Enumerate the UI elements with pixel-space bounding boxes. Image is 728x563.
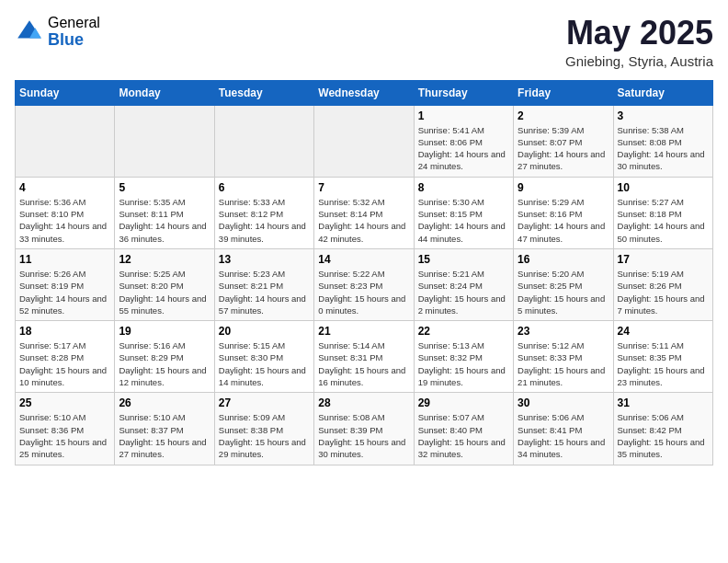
day-detail: Sunrise: 5:16 AMSunset: 8:29 PMDaylight:… <box>119 339 210 388</box>
day-detail: Sunrise: 5:06 AMSunset: 8:42 PMDaylight:… <box>618 411 709 460</box>
day-number: 21 <box>318 325 409 338</box>
calendar-cell: 2Sunrise: 5:39 AMSunset: 8:07 PMDaylight… <box>514 105 613 177</box>
day-detail: Sunrise: 5:25 AMSunset: 8:20 PMDaylight:… <box>119 268 210 316</box>
day-detail: Sunrise: 5:22 AMSunset: 8:23 PMDaylight:… <box>318 268 409 316</box>
day-number: 23 <box>518 325 609 338</box>
day-detail: Sunrise: 5:30 AMSunset: 8:15 PMDaylight:… <box>418 196 509 245</box>
calendar-week-row: 1Sunrise: 5:41 AMSunset: 8:06 PMDaylight… <box>16 105 713 177</box>
calendar-cell <box>214 105 313 177</box>
weekday-header: Wednesday <box>314 80 414 105</box>
calendar-cell: 1Sunrise: 5:41 AMSunset: 8:06 PMDaylight… <box>414 105 513 177</box>
day-number: 15 <box>418 253 509 266</box>
day-number: 26 <box>119 396 210 409</box>
calendar-cell: 8Sunrise: 5:30 AMSunset: 8:15 PMDaylight… <box>414 177 513 248</box>
calendar-week-row: 4Sunrise: 5:36 AMSunset: 8:10 PMDaylight… <box>16 177 713 248</box>
day-number: 29 <box>418 396 509 409</box>
day-detail: Sunrise: 5:12 AMSunset: 8:33 PMDaylight:… <box>518 339 609 388</box>
calendar-cell: 27Sunrise: 5:09 AMSunset: 8:38 PMDayligh… <box>214 393 313 465</box>
day-detail: Sunrise: 5:26 AMSunset: 8:19 PMDaylight:… <box>19 268 110 316</box>
calendar-cell: 29Sunrise: 5:07 AMSunset: 8:40 PMDayligh… <box>414 393 513 465</box>
logo-general: General <box>48 15 100 31</box>
day-detail: Sunrise: 5:32 AMSunset: 8:14 PMDaylight:… <box>318 196 409 245</box>
weekday-header: Thursday <box>414 80 513 105</box>
day-number: 18 <box>19 325 110 338</box>
weekday-header: Friday <box>514 80 613 105</box>
day-detail: Sunrise: 5:06 AMSunset: 8:41 PMDaylight:… <box>518 411 609 460</box>
day-number: 20 <box>219 325 310 338</box>
calendar-cell: 13Sunrise: 5:23 AMSunset: 8:21 PMDayligh… <box>214 248 313 320</box>
day-detail: Sunrise: 5:10 AMSunset: 8:37 PMDaylight:… <box>119 411 210 460</box>
weekday-header: Tuesday <box>214 80 313 105</box>
day-number: 14 <box>318 253 409 266</box>
day-number: 1 <box>418 109 509 122</box>
day-number: 16 <box>518 253 609 266</box>
calendar-cell <box>16 105 115 177</box>
calendar-cell: 31Sunrise: 5:06 AMSunset: 8:42 PMDayligh… <box>613 393 712 465</box>
day-number: 11 <box>19 253 110 266</box>
day-detail: Sunrise: 5:07 AMSunset: 8:40 PMDaylight:… <box>418 411 509 460</box>
day-number: 6 <box>219 181 310 194</box>
calendar-week-row: 25Sunrise: 5:10 AMSunset: 8:36 PMDayligh… <box>16 393 713 465</box>
day-number: 8 <box>418 181 509 194</box>
calendar-cell: 28Sunrise: 5:08 AMSunset: 8:39 PMDayligh… <box>314 393 414 465</box>
calendar-cell: 14Sunrise: 5:22 AMSunset: 8:23 PMDayligh… <box>314 248 414 320</box>
day-detail: Sunrise: 5:36 AMSunset: 8:10 PMDaylight:… <box>19 196 110 245</box>
day-detail: Sunrise: 5:29 AMSunset: 8:16 PMDaylight:… <box>518 196 609 245</box>
calendar-cell: 10Sunrise: 5:27 AMSunset: 8:18 PMDayligh… <box>613 177 712 248</box>
day-detail: Sunrise: 5:41 AMSunset: 8:06 PMDaylight:… <box>418 124 509 173</box>
day-detail: Sunrise: 5:08 AMSunset: 8:39 PMDaylight:… <box>318 411 409 460</box>
weekday-header-row: SundayMondayTuesdayWednesdayThursdayFrid… <box>16 80 713 105</box>
calendar-cell: 21Sunrise: 5:14 AMSunset: 8:31 PMDayligh… <box>314 321 414 393</box>
calendar-cell: 17Sunrise: 5:19 AMSunset: 8:26 PMDayligh… <box>613 248 712 320</box>
calendar-table: SundayMondayTuesdayWednesdayThursdayFrid… <box>15 80 713 465</box>
day-detail: Sunrise: 5:15 AMSunset: 8:30 PMDaylight:… <box>219 339 310 388</box>
day-number: 3 <box>618 109 709 122</box>
day-number: 22 <box>418 325 509 338</box>
day-number: 24 <box>618 325 709 338</box>
day-number: 19 <box>119 325 210 338</box>
logo-icon <box>15 17 44 47</box>
day-number: 25 <box>19 396 110 409</box>
day-detail: Sunrise: 5:27 AMSunset: 8:18 PMDaylight:… <box>618 196 709 245</box>
month-title: May 2025 <box>565 15 713 52</box>
day-number: 5 <box>119 181 210 194</box>
day-detail: Sunrise: 5:11 AMSunset: 8:35 PMDaylight:… <box>618 339 709 388</box>
calendar-cell: 6Sunrise: 5:33 AMSunset: 8:12 PMDaylight… <box>214 177 313 248</box>
day-number: 31 <box>618 396 709 409</box>
day-number: 9 <box>518 181 609 194</box>
day-number: 12 <box>119 253 210 266</box>
day-number: 17 <box>618 253 709 266</box>
calendar-cell: 12Sunrise: 5:25 AMSunset: 8:20 PMDayligh… <box>115 248 214 320</box>
logo-blue: Blue <box>48 31 100 50</box>
day-detail: Sunrise: 5:19 AMSunset: 8:26 PMDaylight:… <box>618 268 709 316</box>
calendar-cell: 20Sunrise: 5:15 AMSunset: 8:30 PMDayligh… <box>214 321 313 393</box>
day-detail: Sunrise: 5:10 AMSunset: 8:36 PMDaylight:… <box>19 411 110 460</box>
day-detail: Sunrise: 5:13 AMSunset: 8:32 PMDaylight:… <box>418 339 509 388</box>
day-detail: Sunrise: 5:20 AMSunset: 8:25 PMDaylight:… <box>518 268 609 316</box>
day-detail: Sunrise: 5:33 AMSunset: 8:12 PMDaylight:… <box>219 196 310 245</box>
calendar-cell: 22Sunrise: 5:13 AMSunset: 8:32 PMDayligh… <box>414 321 513 393</box>
day-number: 10 <box>618 181 709 194</box>
calendar-cell <box>314 105 414 177</box>
day-detail: Sunrise: 5:35 AMSunset: 8:11 PMDaylight:… <box>119 196 210 245</box>
title-block: May 2025 Gniebing, Styria, Austria <box>565 15 713 69</box>
calendar-cell: 25Sunrise: 5:10 AMSunset: 8:36 PMDayligh… <box>16 393 115 465</box>
day-number: 30 <box>518 396 609 409</box>
calendar-week-row: 18Sunrise: 5:17 AMSunset: 8:28 PMDayligh… <box>16 321 713 393</box>
calendar-cell: 9Sunrise: 5:29 AMSunset: 8:16 PMDaylight… <box>514 177 613 248</box>
day-detail: Sunrise: 5:14 AMSunset: 8:31 PMDaylight:… <box>318 339 409 388</box>
day-detail: Sunrise: 5:39 AMSunset: 8:07 PMDaylight:… <box>518 124 609 173</box>
day-detail: Sunrise: 5:17 AMSunset: 8:28 PMDaylight:… <box>19 339 110 388</box>
logo-text: General Blue <box>48 15 100 49</box>
page-header: General Blue May 2025 Gniebing, Styria, … <box>15 15 713 69</box>
location: Gniebing, Styria, Austria <box>565 53 713 69</box>
calendar-cell: 15Sunrise: 5:21 AMSunset: 8:24 PMDayligh… <box>414 248 513 320</box>
day-number: 28 <box>318 396 409 409</box>
weekday-header: Monday <box>115 80 214 105</box>
calendar-week-row: 11Sunrise: 5:26 AMSunset: 8:19 PMDayligh… <box>16 248 713 320</box>
calendar-cell: 7Sunrise: 5:32 AMSunset: 8:14 PMDaylight… <box>314 177 414 248</box>
weekday-header: Sunday <box>16 80 115 105</box>
day-detail: Sunrise: 5:23 AMSunset: 8:21 PMDaylight:… <box>219 268 310 316</box>
calendar-cell: 16Sunrise: 5:20 AMSunset: 8:25 PMDayligh… <box>514 248 613 320</box>
calendar-cell: 24Sunrise: 5:11 AMSunset: 8:35 PMDayligh… <box>613 321 712 393</box>
